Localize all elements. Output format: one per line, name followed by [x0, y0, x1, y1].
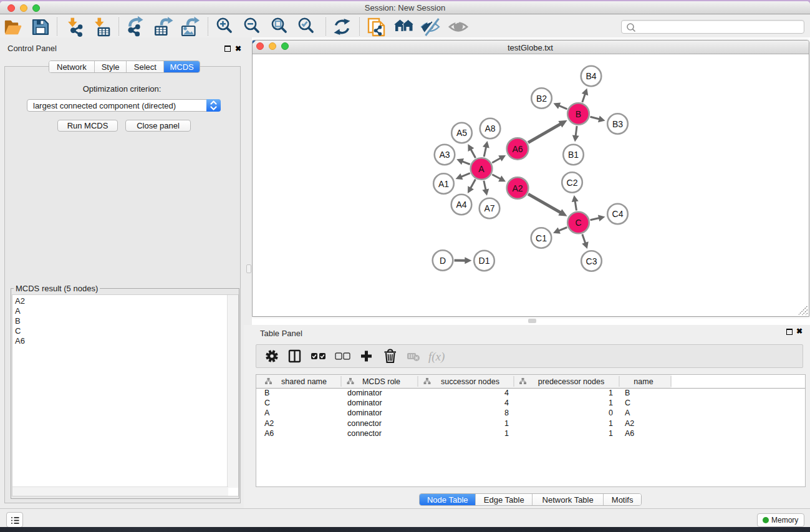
- svg-text:A4: A4: [456, 200, 466, 210]
- svg-text:C4: C4: [612, 209, 623, 219]
- svg-text:A7: A7: [484, 203, 494, 213]
- svg-text:C3: C3: [586, 256, 597, 266]
- svg-text:successor nodes: successor nodes: [441, 377, 499, 386]
- svg-text:A: A: [478, 164, 485, 174]
- svg-text:D1: D1: [478, 256, 489, 266]
- svg-text:f(x): f(x): [428, 350, 445, 364]
- svg-text:predecessor nodes: predecessor nodes: [538, 377, 604, 386]
- svg-text:A5: A5: [456, 128, 466, 138]
- svg-text:B3: B3: [612, 119, 622, 129]
- svg-text:A2: A2: [512, 183, 523, 193]
- svg-text:B4: B4: [586, 71, 596, 81]
- svg-text:A8: A8: [485, 123, 495, 133]
- svg-text:B: B: [575, 109, 581, 119]
- svg-text:B1: B1: [567, 150, 578, 160]
- svg-text:A1: A1: [438, 179, 448, 189]
- svg-text:D: D: [439, 256, 445, 266]
- svg-text:A3: A3: [439, 150, 450, 160]
- svg-text:name: name: [634, 377, 653, 386]
- svg-text:C2: C2: [566, 178, 577, 188]
- svg-text:B2: B2: [536, 94, 546, 104]
- svg-text:A6: A6: [512, 144, 523, 154]
- svg-text:shared name: shared name: [281, 377, 327, 386]
- svg-text:MCDS role: MCDS role: [362, 377, 400, 386]
- svg-text:C: C: [575, 218, 581, 228]
- svg-text:C1: C1: [536, 233, 547, 243]
